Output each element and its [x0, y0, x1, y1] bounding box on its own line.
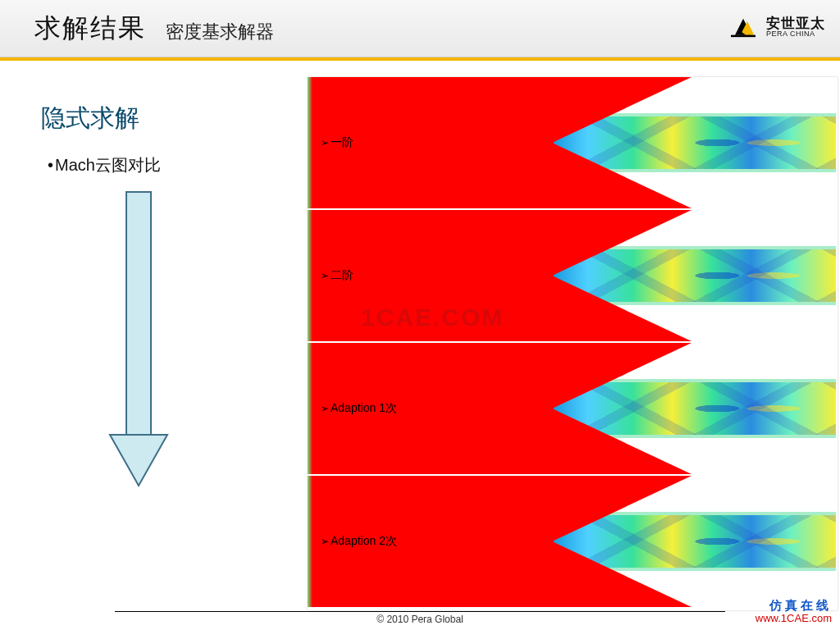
footer-copyright: © 2010 Pera Global: [0, 614, 840, 625]
row-label: Adaption 2次: [321, 534, 397, 549]
bullet-text: Mach云图对比: [48, 154, 161, 176]
contour-row: Adaption 2次: [308, 476, 838, 607]
contour-panel: 一阶 二阶 Adaption 1次 Adaption 2次: [308, 77, 838, 610]
svg-marker-4: [110, 435, 167, 486]
brand-name-cn: 安世亚太: [766, 16, 825, 30]
page-subtitle: 密度基求解器: [166, 20, 274, 44]
footer-divider: [115, 611, 725, 612]
row-label: 一阶: [321, 135, 354, 150]
header-bar: 求解结果 密度基求解器 安世亚太 PERA CHINA: [0, 0, 840, 57]
contour-row: 一阶: [308, 77, 838, 208]
contour-row: 二阶: [308, 210, 838, 341]
brand-block: 安世亚太 PERA CHINA: [727, 11, 825, 43]
brand-name-en: PERA CHINA: [766, 30, 825, 38]
section-title: 隐式求解: [41, 102, 139, 135]
row-label: 二阶: [321, 268, 354, 283]
site-name-cn: 仿真在线: [756, 599, 832, 613]
down-arrow-icon: [105, 189, 172, 495]
contour-row: Adaption 1次: [308, 343, 838, 474]
svg-rect-2: [731, 35, 756, 38]
site-url: www.1CAE.com: [756, 613, 832, 625]
header-accent-stripe: [0, 57, 840, 61]
site-tag: 仿真在线 www.1CAE.com: [756, 599, 832, 625]
svg-rect-3: [126, 192, 151, 438]
brand-logo-icon: [727, 11, 760, 43]
page-title: 求解结果: [34, 11, 146, 47]
row-label: Adaption 1次: [321, 401, 397, 416]
